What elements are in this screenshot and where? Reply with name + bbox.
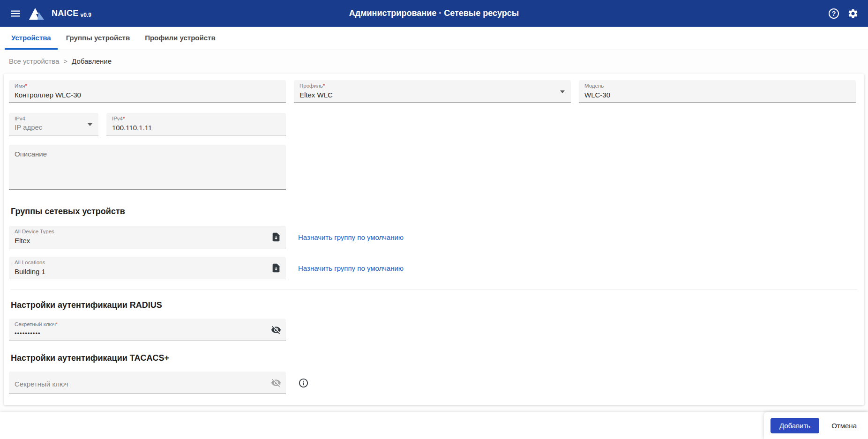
app-name: NAICE	[52, 8, 79, 18]
footer-actions: Добавить Отмена	[764, 412, 868, 439]
required-asterisk: *	[323, 83, 325, 89]
assign-default-group-link[interactable]: Назначить группу по умолчанию	[298, 264, 404, 272]
breadcrumb-separator: >	[63, 57, 67, 65]
tab-bar: Устройства Группы устройств Профили устр…	[0, 27, 868, 50]
page-title: Администрирование · Сетевые ресурсы	[349, 8, 519, 18]
tacacs-secret-placeholder: Секретный ключ	[15, 380, 271, 388]
radius-secret-label: Секретный ключ*	[15, 321, 271, 327]
required-asterisk: *	[123, 116, 125, 121]
assign-document-icon[interactable]	[271, 232, 281, 242]
radius-secret-field[interactable]: Секретный ключ* ••••••••••	[9, 319, 286, 341]
profile-label: Профиль*	[299, 83, 565, 89]
group-label: All Device Types	[15, 229, 271, 235]
cancel-button[interactable]: Отмена	[829, 418, 860, 433]
section-divider	[11, 290, 857, 290]
name-label: Имя*	[15, 83, 280, 89]
group-row-device-types: All Device Types Eltex Назначить группу …	[9, 226, 859, 248]
tab-device-groups[interactable]: Группы устройств	[60, 27, 136, 50]
name-field[interactable]: Имя*	[9, 80, 286, 103]
ip-type-label: IPv4	[15, 116, 93, 122]
chevron-down-icon[interactable]	[88, 123, 92, 126]
section-title-tacacs: Настройки аутентификации TACACS+	[11, 353, 857, 363]
form-row-main: Имя* Профиль* Eltex WLC Модель	[9, 80, 859, 103]
visibility-off-icon[interactable]	[271, 378, 281, 388]
top-bar: NAICEv0.9 Администрирование · Сетевые ре…	[0, 0, 868, 27]
tacacs-secret-row: Секретный ключ	[9, 372, 859, 394]
menu-hamburger-icon[interactable]	[9, 7, 22, 20]
radius-secret-row: Секретный ключ* ••••••••••	[9, 319, 859, 341]
breadcrumb-parent[interactable]: Все устройства	[9, 57, 59, 65]
group-row-locations: All Locations Building 1 Назначить групп…	[9, 257, 859, 279]
assign-document-icon[interactable]	[271, 263, 281, 273]
group-value: Building 1	[15, 267, 271, 276]
required-asterisk: *	[25, 83, 27, 89]
group-label: All Locations	[15, 260, 271, 266]
chevron-down-icon[interactable]	[560, 90, 565, 93]
ipv4-input[interactable]	[112, 123, 280, 133]
app-version: v0.9	[81, 12, 91, 18]
breadcrumb: Все устройства > Добавление	[0, 50, 868, 70]
footer-bar: Добавить Отмена	[0, 412, 868, 439]
ip-type-select[interactable]: IPv4 IP адрес	[9, 113, 98, 135]
section-title-device-groups: Группы сетевых устройств	[11, 207, 857, 216]
form-row-ip: IPv4 IP адрес IPv4*	[9, 113, 859, 135]
group-value: Eltex	[15, 236, 271, 246]
profile-value: Eltex WLC	[299, 90, 565, 100]
breadcrumb-current: Добавление	[72, 57, 112, 65]
group-field-locations[interactable]: All Locations Building 1	[9, 257, 286, 279]
model-input[interactable]	[584, 90, 850, 100]
help-icon[interactable]: ?	[829, 8, 839, 19]
app-logo-icon	[28, 7, 45, 21]
info-icon[interactable]	[298, 378, 309, 388]
ipv4-label: IPv4*	[112, 116, 280, 122]
model-label: Модель	[584, 83, 850, 89]
submit-button[interactable]: Добавить	[771, 418, 819, 433]
tab-devices[interactable]: Устройства	[5, 27, 58, 50]
visibility-off-icon[interactable]	[271, 325, 281, 335]
ipv4-field[interactable]: IPv4*	[106, 113, 286, 135]
add-device-form-card: Имя* Профиль* Eltex WLC Модель IPv4 IP а…	[4, 74, 864, 405]
description-textarea[interactable]	[9, 145, 286, 190]
settings-gear-icon[interactable]	[847, 8, 859, 19]
profile-select[interactable]: Профиль* Eltex WLC	[294, 80, 571, 103]
tab-device-profiles[interactable]: Профили устройств	[138, 27, 222, 50]
ip-type-placeholder: IP адрес	[15, 123, 93, 131]
assign-default-group-link[interactable]: Назначить группу по умолчанию	[298, 233, 404, 241]
model-field[interactable]: Модель	[579, 80, 856, 103]
help-glyph: ?	[832, 10, 836, 17]
group-field-device-types[interactable]: All Device Types Eltex	[9, 226, 286, 248]
required-asterisk: *	[56, 321, 58, 327]
tacacs-secret-field[interactable]: Секретный ключ	[9, 372, 286, 394]
name-input[interactable]	[15, 90, 280, 100]
section-title-radius: Настройки аутентификации RADIUS	[11, 300, 857, 310]
radius-secret-value: ••••••••••	[15, 330, 271, 338]
